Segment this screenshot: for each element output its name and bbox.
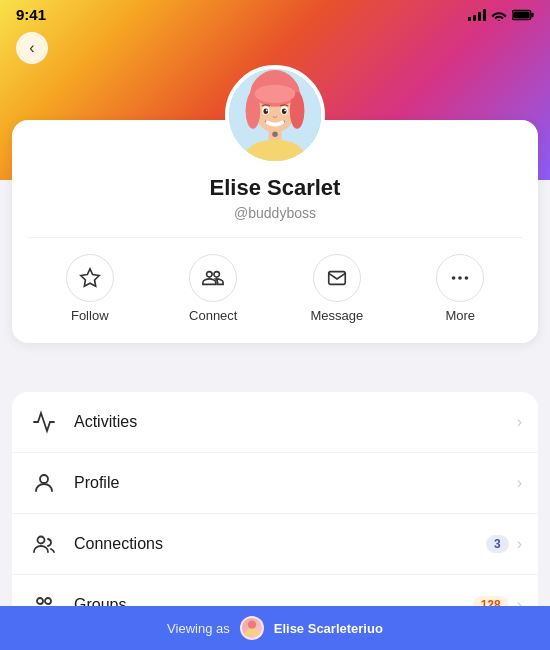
menu-item-profile[interactable]: Profile › (12, 453, 538, 514)
activity-icon (28, 406, 60, 438)
svg-point-25 (38, 537, 45, 544)
message-label: Message (310, 308, 363, 323)
svg-point-12 (255, 85, 295, 103)
wifi-icon (491, 9, 507, 21)
actions-row: Follow Connect Message (28, 237, 522, 323)
person-icon (28, 467, 60, 499)
more-label: More (445, 308, 475, 323)
svg-point-16 (282, 109, 287, 115)
more-action[interactable]: More (425, 254, 495, 323)
message-icon-circle (313, 254, 361, 302)
svg-rect-3 (513, 11, 530, 18)
activities-chevron-icon: › (517, 413, 522, 431)
menu-item-activities[interactable]: Activities › (12, 392, 538, 453)
viewing-user-name: Elise Scarleteriuo (274, 621, 383, 636)
status-icons (468, 9, 534, 21)
svg-point-15 (264, 109, 269, 115)
user-handle: @buddyboss (28, 205, 522, 221)
back-chevron-icon: ‹ (29, 40, 34, 56)
svg-point-21 (452, 276, 456, 280)
connections-badge: 3 (486, 535, 509, 553)
svg-point-24 (40, 475, 48, 483)
svg-point-27 (45, 598, 51, 604)
profile-chevron-icon: › (517, 474, 522, 492)
more-icon (449, 267, 471, 289)
svg-rect-2 (531, 12, 533, 17)
profile-label: Profile (74, 474, 517, 492)
follow-label: Follow (71, 308, 109, 323)
svg-point-26 (37, 598, 43, 604)
svg-point-23 (465, 276, 469, 280)
menu-item-connections[interactable]: Connections 3 › (12, 514, 538, 575)
follow-action[interactable]: Follow (55, 254, 125, 323)
profile-card: Elise Scarlet @buddyboss Follow Connect (12, 120, 538, 343)
svg-point-30 (248, 621, 256, 629)
follow-icon-circle (66, 254, 114, 302)
user-name: Elise Scarlet (28, 175, 522, 201)
avatar-illustration (229, 65, 321, 165)
svg-point-19 (272, 132, 278, 138)
svg-point-17 (266, 109, 268, 111)
battery-icon (512, 9, 534, 21)
svg-point-18 (284, 109, 286, 111)
person-add-icon (202, 267, 224, 289)
message-action[interactable]: Message (302, 254, 372, 323)
connect-icon-circle (189, 254, 237, 302)
mail-icon (326, 267, 348, 289)
svg-point-0 (498, 19, 501, 20)
connections-icon (28, 528, 60, 560)
svg-point-22 (458, 276, 462, 280)
avatar (225, 65, 325, 165)
viewing-text: Viewing as (167, 621, 230, 636)
connections-label: Connections (74, 535, 486, 553)
more-icon-circle (436, 254, 484, 302)
star-icon (79, 267, 101, 289)
connect-action[interactable]: Connect (178, 254, 248, 323)
back-button[interactable]: ‹ (16, 32, 48, 64)
avatar-container (28, 65, 522, 165)
status-bar: 9:41 (0, 0, 550, 27)
bottom-bar: Viewing as Elise Scarleteriuo (0, 606, 550, 650)
activities-label: Activities (74, 413, 517, 431)
status-time: 9:41 (16, 6, 46, 23)
page-wrapper: 9:41 ‹ (0, 0, 550, 650)
connections-chevron-icon: › (517, 535, 522, 553)
signal-icon (468, 9, 486, 21)
connect-label: Connect (189, 308, 237, 323)
viewing-avatar (240, 616, 264, 640)
